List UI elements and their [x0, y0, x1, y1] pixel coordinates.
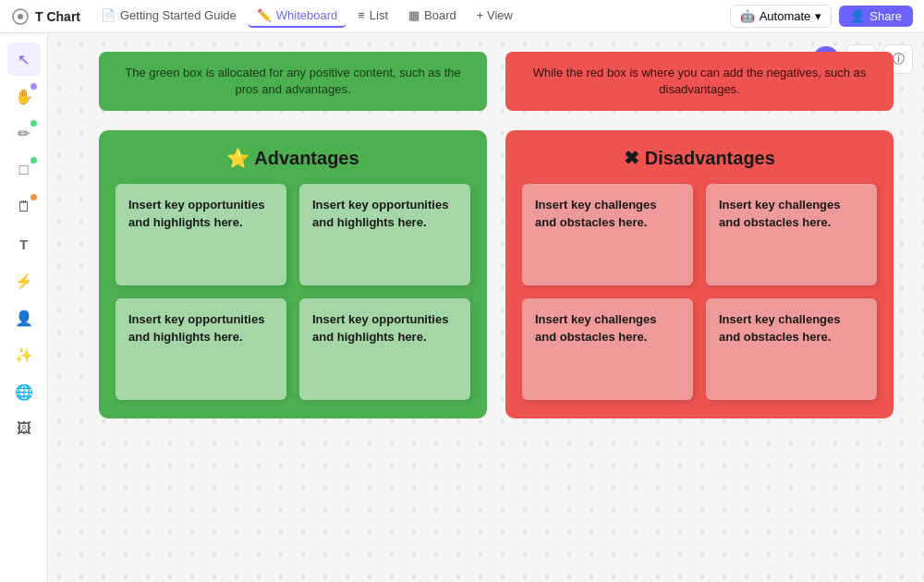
pen-icon: ✏ — [18, 125, 30, 142]
chevron-down-icon: ▾ — [815, 9, 821, 23]
tool-dot — [30, 194, 37, 200]
list-icon: ≡ — [358, 8, 365, 22]
app-logo: T Chart — [11, 7, 80, 26]
disadvantage-card-1[interactable]: Insert key challenges and obstacles here… — [522, 184, 693, 285]
advantage-card-2[interactable]: Insert key opportunities and highlights … — [299, 184, 470, 285]
topbar-right: 🤖 Automate ▾ 👤 Share — [730, 5, 913, 28]
disadvantage-card-4[interactable]: Insert key challenges and obstacles here… — [706, 298, 877, 400]
header-red-box: While the red box is where you can add t… — [505, 52, 894, 111]
advantage-card-1[interactable]: Insert key opportunities and highlights … — [116, 184, 286, 285]
sticky-icon: 🗒 — [17, 199, 31, 215]
image-icon: 🖼 — [17, 420, 31, 437]
disadvantage-card-2[interactable]: Insert key challenges and obstacles here… — [706, 184, 877, 285]
share-button[interactable]: 👤 Share — [839, 6, 913, 27]
sidebar-pen-tool[interactable]: ✏ — [7, 116, 41, 150]
disadvantage-card-3[interactable]: Insert key challenges and obstacles here… — [522, 298, 693, 400]
advantages-cards: Insert key opportunities and highlights … — [116, 184, 470, 400]
nav-list[interactable]: ≡ List — [348, 5, 397, 28]
tool-dot — [30, 120, 37, 127]
automate-button[interactable]: 🤖 Automate ▾ — [730, 5, 833, 28]
info-icon: ⓘ — [893, 51, 905, 67]
sidebar-text-tool[interactable]: T — [7, 227, 41, 261]
whiteboard-icon: ✏️ — [257, 8, 272, 22]
nav-view[interactable]: + View — [468, 5, 522, 28]
logo-icon — [11, 7, 30, 26]
automate-icon: 🤖 — [740, 9, 755, 23]
hand-icon: ✋ — [15, 88, 33, 105]
nav-whiteboard[interactable]: ✏️ Whiteboard — [248, 5, 346, 28]
nav-board[interactable]: ▦ Board — [399, 5, 466, 28]
header-green-box: The green box is allocated for any posit… — [99, 52, 487, 111]
people-icon: 👤 — [15, 309, 33, 327]
disadvantages-section: ✖ Disadvantages Insert key challenges an… — [505, 130, 894, 418]
nav-tabs: 📄 Getting Started Guide ✏️ Whiteboard ≡ … — [91, 5, 522, 28]
advantages-title: ⭐ Advantages — [116, 147, 470, 169]
globe-icon: 🌐 — [15, 383, 33, 401]
magic-icon: ⚡ — [15, 273, 33, 290]
sidebar-hand-tool[interactable]: ✋ — [7, 79, 41, 113]
sidebar-select-tool[interactable]: ↖ — [7, 42, 41, 76]
app-title: T Chart — [35, 9, 80, 24]
disadvantages-cards: Insert key challenges and obstacles here… — [522, 184, 877, 400]
advantage-card-4[interactable]: Insert key opportunities and highlights … — [299, 298, 470, 400]
nav-getting-started[interactable]: 📄 Getting Started Guide — [91, 5, 246, 28]
sidebar-effects-tool[interactable]: ✨ — [7, 338, 41, 371]
header-boxes: The green box is allocated for any posit… — [99, 52, 894, 111]
svg-point-1 — [18, 14, 23, 19]
sidebar-sticky-tool[interactable]: 🗒 — [7, 190, 41, 224]
effects-icon: ✨ — [15, 346, 33, 364]
tchart: ⭐ Advantages Insert key opportunities an… — [99, 130, 894, 418]
tool-dot — [30, 157, 37, 164]
sidebar: ↖ ✋ ✏ □ 🗒 T ⚡ 👤 ✨ 🌐 🖼 — [0, 33, 48, 582]
cursor-icon: ↖ — [18, 51, 30, 68]
board-icon: ▦ — [408, 8, 419, 22]
sidebar-shape-tool[interactable]: □ — [7, 153, 41, 187]
text-icon: T — [19, 236, 28, 252]
sidebar-people-tool[interactable]: 👤 — [7, 301, 41, 334]
tool-dot — [30, 83, 37, 90]
doc-icon: 📄 — [101, 8, 116, 22]
canvas[interactable]: C ↔ ⓘ The green box is allocated for any… — [48, 33, 924, 582]
sidebar-globe-tool[interactable]: 🌐 — [7, 375, 41, 408]
disadvantages-title: ✖ Disadvantages — [522, 147, 877, 169]
shape-icon: □ — [19, 162, 29, 178]
share-icon: 👤 — [850, 9, 865, 23]
sidebar-image-tool[interactable]: 🖼 — [7, 412, 41, 445]
topbar: T Chart 📄 Getting Started Guide ✏️ White… — [0, 0, 924, 33]
advantage-card-3[interactable]: Insert key opportunities and highlights … — [116, 298, 286, 400]
advantages-section: ⭐ Advantages Insert key opportunities an… — [99, 130, 487, 418]
sidebar-magic-tool[interactable]: ⚡ — [7, 264, 41, 297]
